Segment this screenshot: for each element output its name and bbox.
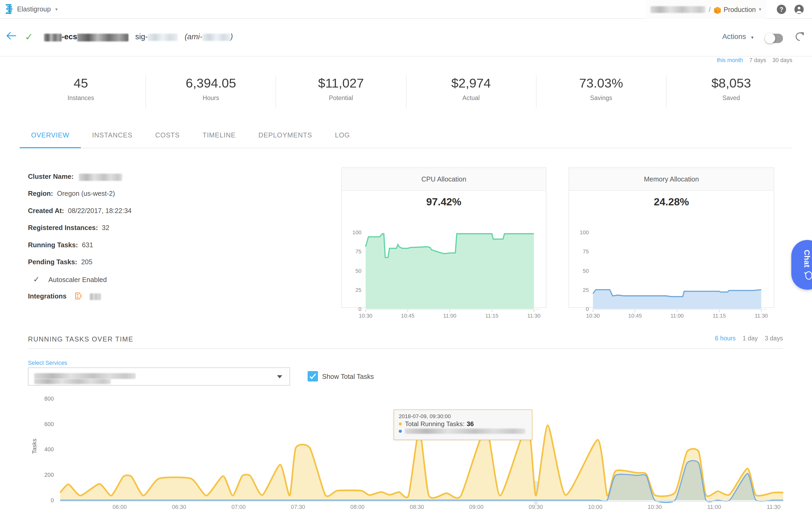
group-name-prefix-redacted [44, 33, 61, 41]
integration-codedeploy-icon[interactable] [75, 293, 85, 301]
select-services-dropdown[interactable] [28, 368, 290, 385]
chart-tooltip: 2018-07-09, 09:30:00 Total Running Tasks… [394, 409, 532, 440]
period-filter-group[interactable]: this month 7 days 30 days [712, 57, 792, 63]
series-area [366, 234, 534, 309]
user-circle-icon[interactable] [794, 5, 804, 16]
detail-created-at: Created At: 08/22/2017, 18:22:34 [28, 205, 318, 222]
tab-instances[interactable]: INSTANCES [81, 124, 144, 148]
detail-value: 08/22/2017, 18:22:34 [68, 207, 132, 214]
running-tasks-section-title: RUNNING TASKS OVER TIME [28, 335, 133, 343]
detail-value: 32 [102, 224, 109, 232]
chat-button-content: Chat [799, 240, 812, 290]
x-tick-label: 10:45 [401, 313, 414, 319]
y-tick-label: 800 [44, 396, 54, 402]
y-tick-label: 400 [44, 446, 54, 453]
refresh-icon[interactable] [795, 32, 805, 44]
y-tick-label: 75 [355, 248, 361, 254]
cluster-name-redacted [79, 173, 122, 181]
signature-value-redacted [148, 34, 178, 41]
x-tick-label: 11:15 [713, 313, 726, 319]
chat-button[interactable]: Chat [791, 240, 812, 290]
tooltip-series-label: Total Running Tasks: [405, 420, 465, 427]
path-separator: / [709, 6, 711, 13]
arrow-left-icon[interactable] [6, 32, 17, 42]
tab-costs[interactable]: COSTS [144, 124, 191, 148]
period-filter-30-days[interactable]: 30 days [772, 57, 792, 63]
stat-saved: $8,053 Saved [666, 75, 796, 108]
detail-label: Running Tasks: [28, 241, 78, 249]
select-services-label: Select Services [28, 360, 67, 366]
signature-label: sig- [135, 32, 148, 41]
tooltip-timestamp: 2018-07-09, 09:30:00 [399, 413, 527, 419]
range-6-hours[interactable]: 6 hours [715, 335, 736, 342]
running-tasks-range-group[interactable]: 6 hours 1 day 3 days [710, 335, 783, 342]
x-tick-label: 06:00 [112, 504, 127, 510]
tab-log[interactable]: LOG [324, 124, 361, 148]
x-tick-label: 11:30 [755, 313, 768, 319]
group-title: -ecs sig- (ami-) [44, 32, 233, 41]
tooltip-service-redacted [405, 429, 525, 434]
group-enabled-toggle[interactable] [765, 34, 783, 43]
detail-integrations: Integrations [28, 291, 318, 308]
detail-running-tasks: Running Tasks: 631 [28, 239, 318, 256]
memory-allocation-chart: 025507510010:3010:4511:0011:1511:30 [569, 208, 775, 323]
x-tick-label: 11:00 [443, 313, 457, 319]
x-tick-label: 08:00 [350, 504, 365, 510]
x-tick-label: 10:00 [588, 504, 603, 510]
y-tick-label: 50 [583, 268, 589, 274]
stat-value: $8,053 [666, 75, 796, 91]
stat-value: $2,974 [406, 75, 536, 91]
x-tick-label: 07:00 [231, 504, 246, 510]
svg-text:?: ? [780, 6, 783, 13]
period-filter-this-month[interactable]: this month [717, 57, 743, 63]
y-tick-label: 600 [44, 421, 54, 427]
tab-bar: OVERVIEW INSTANCES COSTS TIMELINE DEPLOY… [20, 124, 792, 148]
autoscaler-label: Autoscaler Enabled [49, 276, 107, 284]
cpu-allocation-chart: 025507510010:3010:4511:0011:1511:30 [342, 208, 547, 323]
chevron-down-icon: ▾ [751, 35, 753, 40]
y-tick-label: 100 [580, 229, 589, 235]
series-color-dot [399, 430, 402, 433]
stat-potential: $11,027 Potential [276, 75, 406, 108]
range-1-day[interactable]: 1 day [743, 335, 758, 342]
detail-label: Region: [28, 190, 53, 197]
ami-value-redacted [202, 34, 230, 41]
brand-menu[interactable]: Elastigroup ▾ [17, 5, 58, 13]
series-area [593, 290, 761, 309]
account-environment-selector[interactable]: / Production ▾ [645, 0, 766, 19]
x-tick-label: 11:15 [485, 313, 498, 319]
detail-cluster-name: Cluster Name: [28, 171, 318, 188]
detail-label: Registered Instances: [28, 224, 98, 232]
detail-label: Pending Tasks: [28, 258, 77, 266]
stat-value: 6,394.05 [146, 75, 276, 91]
x-tick-label: 06:30 [172, 504, 186, 510]
top-bar: Elastigroup ▾ / Production ▾ ? [0, 0, 812, 19]
help-circle-icon[interactable]: ? [777, 5, 786, 16]
tab-timeline[interactable]: TIMELINE [191, 124, 247, 148]
brand-label: Elastigroup [17, 5, 51, 13]
detail-label: Created At: [28, 207, 64, 214]
y-tick-label: 0 [358, 306, 361, 312]
x-tick-label: 10:30 [586, 313, 600, 319]
tab-overview[interactable]: OVERVIEW [20, 124, 81, 148]
actions-menu-button[interactable]: Actions ▾ [722, 32, 753, 40]
period-filter-7-days[interactable]: 7 days [749, 57, 766, 63]
stat-label: Saved [666, 95, 796, 102]
y-tick-label: 50 [355, 268, 361, 274]
group-name-tail-redacted [77, 33, 128, 41]
y-tick-label: 75 [583, 248, 589, 254]
range-3-days[interactable]: 3 days [765, 335, 783, 342]
tab-deployments[interactable]: DEPLOYMENTS [247, 124, 324, 148]
x-tick-label: 10:30 [359, 313, 372, 319]
x-tick-label: 08:30 [410, 504, 424, 510]
x-tick-label: 10:30 [648, 504, 662, 510]
chevron-down-icon: ▾ [55, 7, 58, 12]
summary-stats: 45 Instances 6,394.05 Hours $11,027 Pote… [16, 75, 796, 108]
detail-pending-tasks: Pending Tasks: 205 [28, 257, 318, 273]
environment-cube-icon [714, 7, 721, 14]
y-tick-label: 0 [51, 497, 54, 504]
stat-label: Savings [536, 95, 666, 102]
show-total-tasks-checkbox[interactable] [308, 371, 318, 381]
stat-value: 45 [16, 75, 146, 91]
stat-label: Instances [16, 95, 146, 102]
